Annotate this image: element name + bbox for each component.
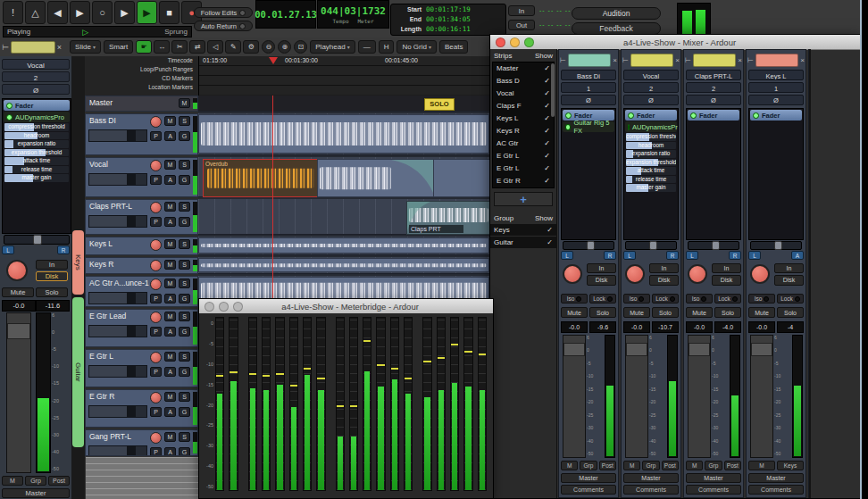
close-icon[interactable]: ×	[675, 56, 680, 64]
snap-mode-button[interactable]: H	[379, 40, 395, 54]
track-name[interactable]: Keys L	[89, 239, 113, 248]
strips-list-item[interactable]: E Gtr L ✓	[493, 162, 554, 175]
processor-box[interactable]: Fader AUDynamicsPro	[623, 108, 679, 240]
strips-list-item[interactable]: Master ✓	[493, 62, 554, 75]
monitor-input-button[interactable]: In	[774, 263, 804, 273]
strip-foot-button[interactable]: M	[623, 461, 640, 470]
ruler-row-label[interactable]: CD Markers	[85, 74, 196, 83]
automation-button[interactable]: A	[164, 407, 176, 417]
stretch-tool[interactable]: ⇄	[189, 40, 205, 54]
automation-button[interactable]: A	[164, 367, 176, 377]
record-enable-button[interactable]	[150, 279, 162, 290]
strip-input-button[interactable]: 2	[623, 82, 679, 93]
mute-button[interactable]: Mute	[686, 307, 713, 318]
play-button[interactable]: ▶	[137, 1, 157, 24]
track-gain-slider[interactable]	[88, 325, 147, 337]
record-enable-button[interactable]	[150, 260, 162, 271]
track-name[interactable]: Vocal	[89, 160, 108, 169]
audio-region[interactable]	[198, 258, 489, 272]
processor-box[interactable]: Fader AUDynamicsPro compression threshol…	[2, 98, 71, 234]
peak-display[interactable]: -4	[777, 321, 804, 333]
zoom-in-button[interactable]: ⊕	[278, 40, 291, 54]
strip-foot-button[interactable]: Grp	[580, 461, 597, 470]
solo-button[interactable]: S	[179, 352, 190, 362]
ruler-row-label[interactable]: Location Markers	[85, 83, 196, 92]
phase-invert-button[interactable]: Ø	[748, 95, 804, 105]
strip-input-button[interactable]: 1	[561, 82, 616, 93]
track-name[interactable]: E Gtr R	[89, 392, 114, 401]
gain-display[interactable]: -0.0	[561, 321, 588, 333]
range-end-value[interactable]: 00:01:34:05	[426, 15, 471, 23]
strip-name-button[interactable]: Keys L	[748, 70, 804, 80]
comments-button[interactable]: Comments	[748, 485, 804, 495]
strip-foot-button[interactable]: M	[686, 461, 703, 470]
monitor-input-button[interactable]: In	[36, 260, 68, 270]
lock-button[interactable]: Lock	[777, 294, 804, 304]
track-header[interactable]: E Gtr Lead M S P A G	[85, 309, 198, 347]
phase-invert-button[interactable]: Ø	[686, 95, 741, 105]
plugin-param-control[interactable]: expansion threshold	[4, 149, 69, 157]
output-button[interactable]: Master	[748, 473, 804, 483]
track-header[interactable]: Claps PRT-L M S P A G	[85, 199, 198, 235]
group-checkmark[interactable]: ✓	[547, 224, 553, 236]
solo-button[interactable]: S	[179, 432, 190, 442]
show-header[interactable]: Show	[535, 52, 553, 60]
processor-led[interactable]	[753, 112, 759, 119]
playlist-button[interactable]: P	[150, 367, 162, 377]
audition-button[interactable]: Audition	[572, 7, 661, 20]
peak-display[interactable]: -4.0	[714, 321, 741, 333]
visible-checkmark[interactable]: ✓	[544, 62, 550, 75]
gain-fader[interactable]	[750, 335, 773, 458]
slider-handle[interactable]	[127, 366, 136, 377]
pan-right-button[interactable]: R	[666, 251, 679, 260]
strip-name-button[interactable]: Bass Di	[561, 70, 616, 80]
group-list-item[interactable]: Guitar ✓	[490, 237, 556, 249]
track-name[interactable]: Keys R	[89, 260, 113, 269]
pan-handle[interactable]	[587, 241, 595, 250]
solo-button[interactable]: Solo	[36, 287, 68, 297]
plugin-param-control[interactable]: expansion ratio	[626, 150, 676, 158]
strip-pin-icon[interactable]: ⊢	[685, 56, 691, 64]
comments-button[interactable]: Comments	[623, 485, 679, 495]
mute-button[interactable]: M	[164, 116, 176, 126]
automation-button[interactable]: A	[164, 217, 176, 227]
record-enable-button[interactable]	[563, 264, 582, 284]
zoom-focus-dropdown[interactable]: Playhead▾	[310, 40, 355, 54]
track-header[interactable]: AC Gtr A...unce-1 M S P A G	[85, 276, 198, 307]
automation-button[interactable]: A	[164, 131, 176, 141]
processor-box[interactable]: Fader Guitar Rig 5 FX	[561, 108, 616, 240]
phase-invert-button[interactable]: Ø	[2, 84, 70, 95]
visible-checkmark[interactable]: ✓	[544, 150, 550, 162]
track-lane[interactable]	[198, 257, 489, 274]
record-enable-button[interactable]	[150, 432, 162, 444]
group-checkmark[interactable]: ✓	[547, 237, 553, 248]
processor-led[interactable]	[628, 112, 634, 119]
stop-button[interactable]: ■	[159, 1, 179, 24]
punch-in-button[interactable]: In	[508, 5, 535, 16]
lock-button[interactable]: Lock	[714, 294, 741, 304]
track-name[interactable]: AC Gtr A...unce-1	[89, 279, 149, 287]
pan-left-button[interactable]: L	[686, 251, 698, 260]
strip-foot-button[interactable]: Grp	[705, 461, 722, 470]
gain-display[interactable]: -0.0	[686, 321, 713, 333]
automation-button[interactable]: A	[164, 447, 176, 457]
slider-handle[interactable]	[127, 326, 136, 337]
solo-button[interactable]: S	[179, 312, 190, 321]
playlist-button[interactable]: P	[150, 131, 162, 141]
strips-list-item[interactable]: Bass D ✓	[493, 75, 554, 87]
meterbridge-titlebar[interactable]: a4-Live-Show - Meterbridge - Ardour	[199, 299, 493, 314]
pan-left-button[interactable]: L	[623, 251, 636, 260]
fader-handle[interactable]	[689, 343, 710, 356]
monitor-disk-button[interactable]: Disk	[587, 275, 616, 286]
tempo-label[interactable]: Tempo	[332, 18, 348, 24]
record-enable-button[interactable]	[150, 239, 162, 251]
slider-handle[interactable]	[127, 446, 136, 456]
group-show-header[interactable]: Show	[535, 214, 553, 222]
track-color-box[interactable]	[630, 54, 673, 67]
zoom-out-button[interactable]: ⊖	[262, 40, 275, 54]
track-gain-slider[interactable]	[88, 173, 147, 186]
close-icon[interactable]: ×	[57, 43, 62, 52]
strips-list-item[interactable]: E Gtr L ✓	[493, 150, 554, 162]
range-start-value[interactable]: 00:01:17:19	[426, 5, 471, 13]
strip-input-button[interactable]: 2	[2, 71, 70, 82]
